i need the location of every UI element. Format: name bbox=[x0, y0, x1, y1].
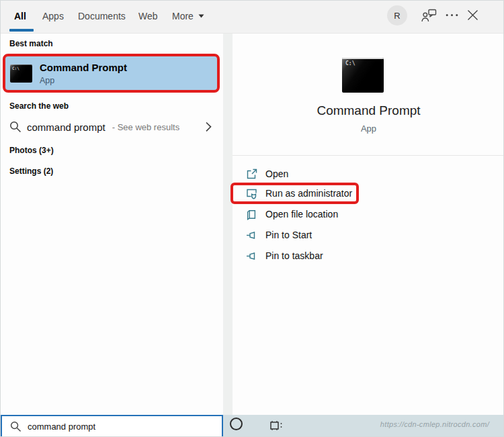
best-match-header: Best match bbox=[9, 39, 53, 48]
pin-icon bbox=[246, 230, 257, 241]
taskbar-search-box[interactable] bbox=[1, 415, 223, 437]
settings-group-header[interactable]: Settings (2) bbox=[9, 166, 53, 176]
search-icon bbox=[9, 121, 22, 133]
web-search-result[interactable]: command prompt - See web results bbox=[1, 117, 223, 137]
app-preview-panel: C:\ Command Prompt App Open Run as admin… bbox=[233, 34, 504, 415]
action-open[interactable]: Open bbox=[246, 164, 288, 183]
web-search-query: command prompt bbox=[27, 122, 106, 133]
windows-search-window: All Apps Documents Web More R bbox=[0, 0, 504, 437]
web-search-hint: - See web results bbox=[112, 122, 179, 132]
command-prompt-icon: C:\ bbox=[10, 64, 32, 83]
search-the-web-header: Search the web bbox=[9, 101, 69, 111]
tab-documents[interactable]: Documents bbox=[78, 11, 126, 21]
avatar-letter: R bbox=[394, 11, 400, 21]
chevron-down-icon bbox=[198, 14, 204, 18]
search-icon bbox=[10, 421, 22, 432]
avatar[interactable]: R bbox=[387, 5, 407, 26]
tab-apps[interactable]: Apps bbox=[42, 11, 64, 21]
action-label: Open file location bbox=[265, 209, 338, 220]
action-pin-to-start[interactable]: Pin to Start bbox=[246, 226, 312, 244]
options-ellipsis-icon[interactable] bbox=[446, 13, 458, 17]
action-label: Pin to Start bbox=[265, 230, 312, 240]
cortana-icon[interactable] bbox=[230, 418, 243, 430]
feedback-icon[interactable] bbox=[421, 9, 437, 23]
pin-icon bbox=[246, 250, 257, 262]
app-subtitle: App bbox=[233, 124, 504, 134]
taskbar-search-strip: https://cdn-cmlep.nitrocdn.com/ bbox=[1, 415, 504, 437]
task-view-icon[interactable] bbox=[269, 419, 284, 433]
app-title: Command Prompt bbox=[233, 103, 504, 118]
search-filter-tabbar: All Apps Documents Web More R bbox=[1, 1, 504, 34]
open-file-location-icon bbox=[246, 209, 257, 220]
best-match-subtitle: App bbox=[40, 76, 127, 85]
cmd-glyph: C:\ bbox=[345, 60, 355, 66]
tab-more-label: More bbox=[172, 11, 194, 21]
search-results-panel: Best match C:\ Command Prompt App Search… bbox=[1, 34, 223, 415]
best-match-result-command-prompt[interactable]: C:\ Command Prompt App bbox=[3, 54, 220, 93]
close-icon[interactable] bbox=[467, 9, 478, 21]
chevron-right-icon[interactable] bbox=[205, 122, 212, 132]
tab-all[interactable]: All bbox=[14, 11, 26, 21]
panel-divider bbox=[233, 155, 504, 156]
action-label: Open bbox=[265, 168, 288, 179]
active-tab-underline bbox=[9, 29, 34, 32]
open-icon bbox=[246, 168, 257, 180]
best-match-title: Command Prompt bbox=[40, 62, 127, 74]
tab-more[interactable]: More bbox=[172, 11, 204, 21]
run-as-admin-icon bbox=[246, 188, 257, 199]
cmd-glyph: C:\ bbox=[12, 66, 19, 70]
action-run-as-administrator[interactable]: Run as administrator bbox=[246, 184, 352, 203]
action-open-file-location[interactable]: Open file location bbox=[246, 205, 338, 224]
action-label: Run as administrator bbox=[265, 188, 352, 199]
search-input[interactable] bbox=[28, 422, 216, 432]
action-label: Pin to taskbar bbox=[265, 250, 323, 261]
tab-web[interactable]: Web bbox=[138, 11, 158, 21]
command-prompt-icon-large: C:\ bbox=[342, 58, 384, 93]
action-pin-to-taskbar[interactable]: Pin to taskbar bbox=[246, 246, 323, 265]
watermark-url: https://cdn-cmlep.nitrocdn.com/ bbox=[380, 420, 489, 428]
photos-group-header[interactable]: Photos (3+) bbox=[9, 146, 54, 155]
